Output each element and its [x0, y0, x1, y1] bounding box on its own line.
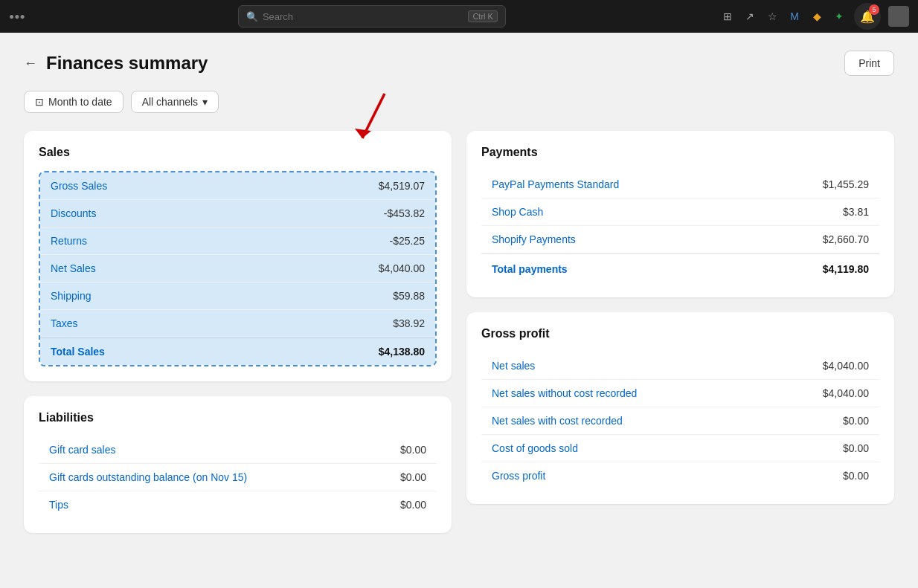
- browser-search-bar[interactable]: 🔍 Ctrl K: [238, 5, 506, 28]
- calendar-icon: ⊡: [35, 96, 44, 108]
- row-value-total-payments: $4,119.80: [823, 263, 869, 275]
- row-label-gift-card-sales[interactable]: Gift card sales: [49, 444, 115, 456]
- row-value-tips: $0.00: [400, 499, 426, 511]
- filters-bar: ⊡ Month to date All channels ▾: [24, 91, 894, 113]
- browser-bar: ●●● 🔍 Ctrl K ⊞ ↗ ☆ M ◆ ✦ 🔔 5: [0, 0, 918, 33]
- table-row: Gross profit $0.00: [481, 462, 879, 489]
- browser-search-input[interactable]: [263, 11, 464, 22]
- screenshot-icon[interactable]: ⊞: [720, 9, 735, 24]
- date-filter-label: Month to date: [48, 96, 112, 108]
- profile-avatar[interactable]: [888, 6, 909, 27]
- row-label-tips[interactable]: Tips: [49, 499, 68, 511]
- row-label-paypal[interactable]: PayPal Payments Standard: [492, 178, 619, 190]
- gross-profit-card: Gross profit Net sales $4,040.00 Net sal…: [466, 312, 894, 504]
- row-label-net-sales-with-cost[interactable]: Net sales with cost recorded: [492, 415, 623, 427]
- page-title: Finances summary: [46, 53, 208, 74]
- row-label-discounts[interactable]: Discounts: [51, 207, 96, 219]
- right-column: Payments PayPal Payments Standard $1,455…: [466, 131, 894, 533]
- row-value-net-sales: $4,040.00: [379, 262, 425, 274]
- table-row: Gift card sales $0.00: [39, 436, 437, 464]
- row-value-shopify-payments: $2,660.70: [823, 233, 869, 245]
- share-icon[interactable]: ↗: [742, 9, 757, 24]
- table-row: Gross Sales $4,519.07: [40, 172, 435, 200]
- liabilities-card: Liabilities Gift card sales $0.00 Gift c…: [24, 396, 452, 533]
- sales-card: Sales Gross Sales $4,519.07 Discounts -$…: [24, 131, 452, 381]
- row-label-shipping[interactable]: Shipping: [51, 290, 92, 302]
- search-shortcut: Ctrl K: [468, 10, 498, 22]
- row-value-gift-card-sales: $0.00: [400, 444, 426, 456]
- table-row: Gift cards outstanding balance (on Nov 1…: [39, 464, 437, 491]
- row-label-net-sales[interactable]: Net Sales: [51, 262, 96, 274]
- row-label-total-payments[interactable]: Total payments: [492, 263, 568, 275]
- row-value-net-sales-with-cost: $0.00: [843, 415, 869, 427]
- page-header: ← Finances summary Print: [24, 51, 894, 76]
- print-button[interactable]: Print: [844, 51, 894, 76]
- table-row: PayPal Payments Standard $1,455.29: [481, 171, 879, 198]
- svg-marker-1: [355, 129, 371, 138]
- row-value-gift-cards-outstanding: $0.00: [400, 471, 426, 483]
- table-row: Shopify Payments $2,660.70: [481, 226, 879, 253]
- table-row: Discounts -$453.82: [40, 200, 435, 227]
- table-row: Net Sales $4,040.00: [40, 255, 435, 282]
- row-label-shop-cash[interactable]: Shop Cash: [492, 206, 543, 218]
- table-row: Net sales $4,040.00: [481, 352, 879, 380]
- page-content: ← Finances summary Print ⊡ Month to date…: [0, 33, 918, 551]
- row-label-taxes[interactable]: Taxes: [51, 317, 78, 329]
- table-row: Net sales with cost recorded $0.00: [481, 407, 879, 435]
- date-filter-button[interactable]: ⊡ Month to date: [24, 91, 123, 113]
- row-label-returns[interactable]: Returns: [51, 235, 87, 247]
- liabilities-section-title: Liabilities: [39, 411, 437, 424]
- back-button[interactable]: ←: [24, 56, 37, 71]
- row-value-total-sales: $4,138.80: [379, 346, 425, 358]
- row-value-discounts: -$453.82: [384, 207, 425, 219]
- notification-badge: 5: [869, 4, 879, 15]
- table-row: Shop Cash $3.81: [481, 198, 879, 226]
- row-label-net-sales-gp[interactable]: Net sales: [492, 360, 535, 372]
- channel-filter-button[interactable]: All channels ▾: [131, 91, 219, 113]
- row-label-gift-cards-outstanding[interactable]: Gift cards outstanding balance (on Nov 1…: [49, 471, 247, 483]
- row-value-shop-cash: $3.81: [843, 206, 869, 218]
- payments-card: Payments PayPal Payments Standard $1,455…: [466, 131, 894, 297]
- table-row: Net sales without cost recorded $4,040.0…: [481, 380, 879, 407]
- sales-section-title: Sales: [39, 146, 437, 159]
- row-value-gross-profit: $0.00: [843, 470, 869, 482]
- sales-highlighted-section: Gross Sales $4,519.07 Discounts -$453.82…: [39, 171, 437, 366]
- row-value-net-sales-gp: $4,040.00: [823, 360, 869, 372]
- extension-icon-3[interactable]: ✦: [832, 9, 847, 24]
- search-icon: 🔍: [246, 11, 258, 22]
- browser-bar-left: ●●● 🔍 Ctrl K: [9, 5, 714, 28]
- star-icon[interactable]: ☆: [765, 9, 780, 24]
- payments-section-title: Payments: [481, 146, 879, 159]
- row-value-net-sales-no-cost: $4,040.00: [823, 387, 869, 399]
- row-value-returns: -$25.25: [390, 235, 425, 247]
- row-value-paypal: $1,455.29: [823, 178, 869, 190]
- extension-icon-2[interactable]: ◆: [809, 9, 824, 24]
- row-label-gross-sales[interactable]: Gross Sales: [51, 180, 107, 192]
- notification-button[interactable]: 🔔 5: [854, 3, 881, 30]
- table-row: Total Sales $4,138.80: [40, 337, 435, 365]
- table-row: Tips $0.00: [39, 491, 437, 518]
- gross-profit-section-title: Gross profit: [481, 327, 879, 340]
- cards-grid: Sales Gross Sales $4,519.07 Discounts -$…: [24, 131, 894, 533]
- row-value-cost-goods-sold: $0.00: [843, 442, 869, 454]
- row-label-total-sales[interactable]: Total Sales: [51, 346, 105, 358]
- chevron-down-icon: ▾: [202, 96, 208, 108]
- left-column: Sales Gross Sales $4,519.07 Discounts -$…: [24, 131, 452, 533]
- table-row: Cost of goods sold $0.00: [481, 435, 879, 462]
- table-row: Returns -$25.25: [40, 227, 435, 255]
- table-row: Shipping $59.88: [40, 282, 435, 310]
- row-label-shopify-payments[interactable]: Shopify Payments: [492, 233, 576, 245]
- page-title-area: ← Finances summary: [24, 53, 208, 74]
- row-value-taxes: $38.92: [393, 317, 425, 329]
- row-label-cost-goods-sold[interactable]: Cost of goods sold: [492, 442, 578, 454]
- browser-bar-right: ⊞ ↗ ☆ M ◆ ✦ 🔔 5: [720, 3, 909, 30]
- table-row: Taxes $38.92: [40, 310, 435, 337]
- extension-icon-1[interactable]: M: [787, 9, 802, 24]
- row-label-net-sales-no-cost[interactable]: Net sales without cost recorded: [492, 387, 637, 399]
- row-label-gross-profit[interactable]: Gross profit: [492, 470, 545, 482]
- row-value-gross-sales: $4,519.07: [379, 180, 425, 192]
- table-row: Total payments $4,119.80: [481, 254, 879, 282]
- channel-filter-label: All channels: [142, 96, 199, 108]
- row-value-shipping: $59.88: [393, 290, 425, 302]
